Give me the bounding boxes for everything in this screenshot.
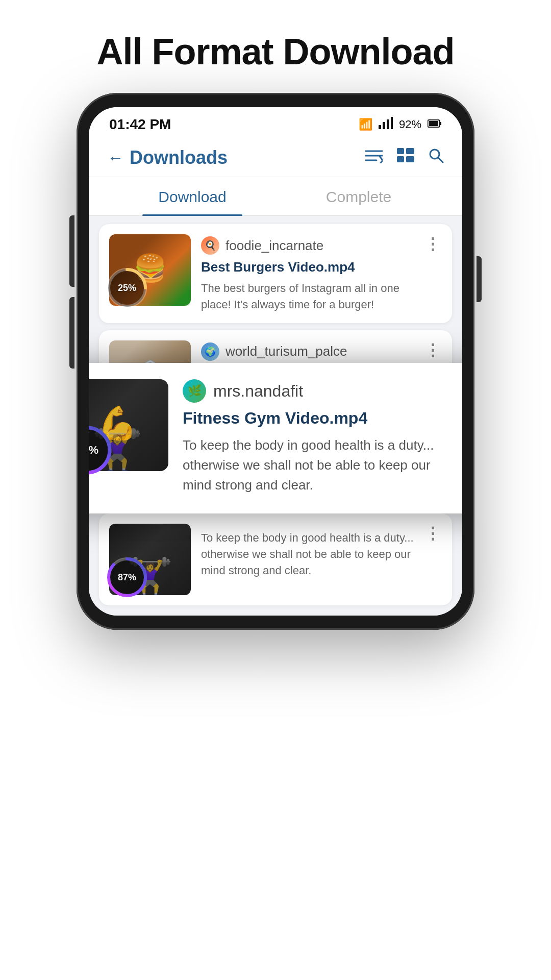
svg-rect-13 — [406, 156, 414, 162]
list-icon[interactable] — [397, 148, 414, 167]
battery-level: 92% — [399, 118, 421, 131]
popout-card[interactable]: 💪 🏋️‍♀️ — [89, 363, 462, 513]
header-title: Downloads — [130, 147, 228, 168]
back-icon[interactable]: ← — [107, 149, 123, 167]
status-icons: 📶 92% — [359, 117, 442, 132]
svg-rect-3 — [391, 117, 393, 129]
username-museum: world_turisum_palce — [226, 344, 347, 359]
svg-rect-0 — [379, 125, 381, 129]
card-user-museum: 🌍 world_turisum_palce — [201, 342, 414, 361]
duplicate-progress-circle: 87% — [104, 554, 150, 600]
description-burger: The best burgers of Instagram all in one… — [201, 280, 414, 313]
duplicate-card-menu[interactable]: ⋮ — [424, 524, 442, 545]
svg-rect-10 — [397, 148, 404, 154]
svg-rect-12 — [397, 156, 404, 162]
duplicate-description: To keep the body in good health is a dut… — [201, 530, 414, 579]
signal-icon — [379, 117, 393, 132]
phone-screen: 01:42 PM 📶 92% — [89, 107, 462, 616]
popout-description: To keep the body in good health is a dut… — [183, 435, 450, 495]
more-options-icon-duplicate[interactable]: ⋮ — [424, 524, 442, 543]
phone-wrapper: 01:42 PM 📶 92% — [77, 93, 474, 630]
popout-thumbnail: 💪 🏋️‍♀️ — [89, 379, 168, 471]
svg-line-15 — [438, 158, 443, 162]
svg-rect-11 — [406, 148, 414, 154]
popout-avatar: 🌿 — [183, 379, 206, 403]
card-menu-museum[interactable]: ⋮ — [424, 340, 442, 362]
filename-burger: Best Burgers Video.mp4 — [201, 259, 414, 276]
duplicate-thumbnail: 🏋️‍♀️ — [109, 524, 191, 595]
thumbnail-burger: 🍔 — [109, 234, 191, 306]
sort-icon[interactable] — [365, 148, 383, 167]
download-list: 🍔 — [89, 216, 462, 513]
duplicate-card-info: To keep the body in good health is a dut… — [201, 524, 414, 579]
header-actions — [365, 148, 444, 167]
popout-user: 🌿 mrs.nandafit — [183, 379, 450, 403]
header-left[interactable]: ← Downloads — [107, 147, 228, 168]
duplicate-card-wrapper: 🏋️‍♀️ — [89, 513, 462, 616]
tab-complete[interactable]: Complete — [276, 177, 442, 215]
popout-progress-label: 87% — [89, 444, 98, 457]
popout-filename: Fitness Gym Video.mp4 — [183, 408, 450, 429]
username-burger: foodie_incarnate — [226, 238, 323, 254]
avatar-burger: 🍳 — [201, 236, 219, 255]
svg-rect-2 — [387, 119, 389, 129]
card-user-burger: 🍳 foodie_incarnate — [201, 236, 414, 255]
card-info-burger: 🍳 foodie_incarnate Best Burgers Video.mp… — [201, 234, 414, 313]
status-bar: 01:42 PM 📶 92% — [89, 107, 462, 139]
card-menu-burger[interactable]: ⋮ — [424, 234, 442, 256]
wifi-icon: 📶 — [359, 118, 372, 131]
more-options-icon-burger[interactable]: ⋮ — [424, 234, 442, 254]
page-title: All Format Download — [0, 0, 551, 93]
avatar-museum: 🌍 — [201, 342, 219, 361]
tabs: Download Complete — [89, 177, 462, 216]
svg-rect-1 — [383, 122, 385, 129]
duplicate-progress-label: 87% — [118, 572, 136, 582]
progress-circle-burger: 25% — [104, 265, 150, 311]
duplicate-card-fitness: 🏋️‍♀️ — [99, 513, 452, 605]
more-options-icon-museum[interactable]: ⋮ — [424, 340, 442, 360]
battery-icon — [428, 118, 442, 131]
search-icon[interactable] — [429, 148, 444, 167]
status-time: 01:42 PM — [109, 116, 171, 133]
download-card-burger[interactable]: 🍔 — [99, 224, 452, 323]
svg-rect-5 — [440, 122, 441, 125]
phone-frame: 01:42 PM 📶 92% — [77, 93, 474, 630]
popout-username: mrs.nandafit — [213, 382, 303, 401]
progress-label-burger: 25% — [118, 283, 136, 293]
tab-download[interactable]: Download — [109, 177, 276, 215]
popout-info: 🌿 mrs.nandafit Fitness Gym Video.mp4 To … — [183, 379, 450, 495]
app-header: ← Downloads — [89, 139, 462, 177]
popout-progress-circle: 87% — [89, 422, 115, 478]
svg-rect-6 — [429, 121, 438, 126]
